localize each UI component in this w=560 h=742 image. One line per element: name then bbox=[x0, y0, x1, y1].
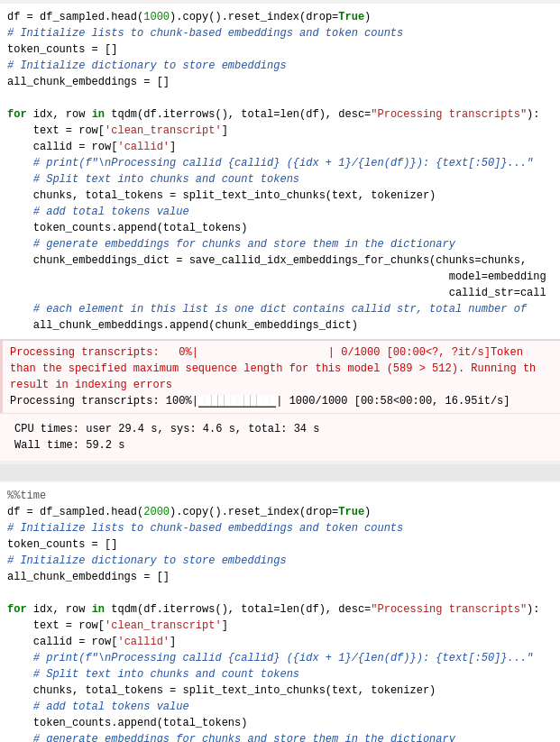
output-text-1: Processing transcripts: 0%| | 0/1000 [00… bbox=[3, 340, 560, 413]
code-area-2: %%time df = df_sampled.head(2000).copy()… bbox=[0, 482, 560, 742]
output-1: Processing transcripts: 0%| | 0/1000 [00… bbox=[0, 340, 560, 413]
timing-1: CPU times: user 29.4 s, sys: 4.6 s, tota… bbox=[0, 413, 560, 461]
notebook: df = df_sampled.head(1000).copy().reset_… bbox=[0, 0, 560, 742]
cell-2: %%time df = df_sampled.head(2000).copy()… bbox=[0, 482, 560, 742]
code-line: df = df_sampled.head(1000).copy().reset_… bbox=[7, 11, 546, 332]
code-area-1: df = df_sampled.head(1000).copy().reset_… bbox=[0, 4, 560, 339]
timing-text-1: CPU times: user 29.4 s, sys: 4.6 s, tota… bbox=[7, 417, 553, 457]
cell-1: df = df_sampled.head(1000).copy().reset_… bbox=[0, 4, 560, 340]
code-line: %%time df = df_sampled.head(2000).copy()… bbox=[7, 490, 546, 742]
cell-separator bbox=[0, 464, 560, 481]
